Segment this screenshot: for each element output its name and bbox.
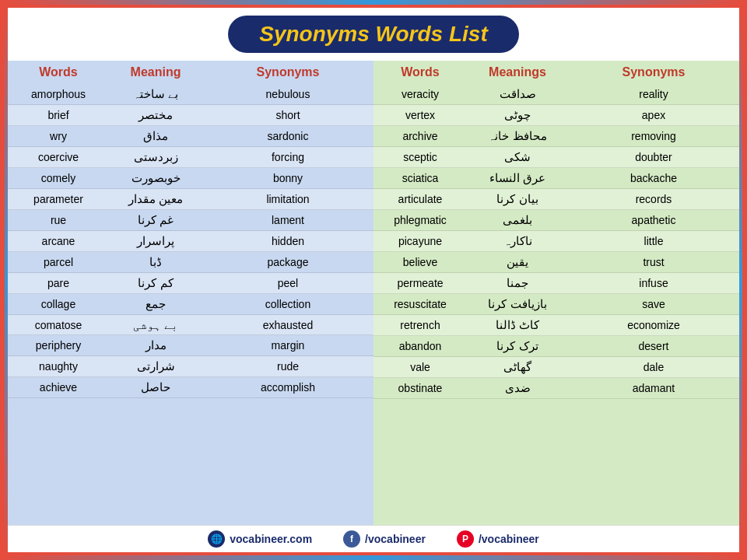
- synonym-cell: trust: [568, 252, 739, 272]
- table-row: collage جمع collection: [8, 294, 374, 315]
- right-header-meanings: Meanings: [467, 61, 568, 84]
- meaning-cell: گھاٹی: [467, 357, 568, 377]
- left-header-words: Words: [8, 61, 109, 84]
- word-cell: amorphous: [8, 84, 109, 104]
- synonym-cell: economize: [568, 315, 739, 335]
- title-bar: Synonyms Words List: [8, 8, 739, 61]
- word-cell: vale: [374, 357, 467, 377]
- synonym-cell: dale: [568, 357, 739, 377]
- synonym-cell: desert: [568, 336, 739, 356]
- word-cell: pare: [8, 273, 109, 293]
- meaning-cell: معین مقدار: [109, 189, 202, 209]
- left-header-synonyms: Synonyms: [202, 61, 374, 84]
- meaning-cell: محافظ خانہ: [467, 126, 568, 146]
- synonym-cell: bonny: [202, 168, 374, 188]
- globe-icon: 🌐: [208, 530, 225, 548]
- table-row: wry مذاق sardonic: [8, 126, 374, 147]
- table-row: parcel ڈبا package: [8, 252, 374, 273]
- table-row: amorphous بے ساختہ nebulous: [8, 84, 374, 105]
- table-row: comatose بے ہوشی exhausted: [8, 315, 374, 335]
- synonym-cell: forcing: [202, 147, 374, 167]
- main-table: Words Meaning Synonyms amorphous بے ساخت…: [8, 61, 739, 525]
- meaning-cell: چوٹی: [467, 105, 568, 125]
- meaning-cell: بازیافت کرنا: [467, 294, 568, 314]
- word-cell: retrench: [374, 315, 467, 335]
- meaning-cell: ترک کرنا: [467, 336, 568, 356]
- table-row: sciatica عرق النساء backache: [374, 168, 739, 189]
- word-cell: comely: [8, 168, 109, 188]
- meaning-cell: ناکارہ: [467, 231, 568, 251]
- left-rows: amorphous بے ساختہ nebulous brief مختصر …: [8, 84, 374, 525]
- meaning-cell: جمنا: [467, 273, 568, 293]
- synonym-cell: rude: [202, 356, 374, 376]
- table-row: believe یقین trust: [374, 252, 739, 273]
- right-header-row: Words Meanings Synonyms: [374, 61, 739, 84]
- footer-pinterest: P /vocabineer: [457, 530, 539, 548]
- word-cell: permeate: [374, 273, 467, 293]
- table-row: periphery مدار margin: [8, 335, 374, 356]
- meaning-cell: غم کرنا: [109, 210, 202, 230]
- word-cell: brief: [8, 105, 109, 125]
- table-row: naughty شرارتی rude: [8, 356, 374, 377]
- table-row: arcane پراسرار hidden: [8, 231, 374, 252]
- synonym-cell: nebulous: [202, 84, 374, 104]
- meaning-cell: پراسرار: [109, 231, 202, 251]
- meaning-cell: صداقت: [467, 84, 568, 104]
- meaning-cell: مدار: [109, 335, 202, 355]
- synonym-cell: exhausted: [202, 315, 374, 334]
- synonym-cell: removing: [568, 126, 739, 146]
- word-cell: archive: [374, 126, 467, 146]
- table-row: veracity صداقت reality: [374, 84, 739, 105]
- word-cell: wry: [8, 126, 109, 146]
- footer: 🌐 vocabineer.com f /vocabineer P /vocabi…: [8, 525, 739, 552]
- synonym-cell: apathetic: [568, 210, 739, 230]
- word-cell: picayune: [374, 231, 467, 251]
- word-cell: believe: [374, 252, 467, 272]
- synonym-cell: margin: [202, 335, 374, 355]
- word-cell: rue: [8, 210, 109, 230]
- meaning-cell: بیان کرنا: [467, 189, 568, 209]
- synonym-cell: peel: [202, 273, 374, 293]
- word-cell: periphery: [8, 335, 109, 355]
- table-row: parameter معین مقدار limitation: [8, 189, 374, 210]
- right-header-synonyms: Synonyms: [568, 61, 739, 84]
- page-title: Synonyms Words List: [259, 22, 488, 46]
- meaning-cell: مذاق: [109, 126, 202, 146]
- word-cell: vertex: [374, 105, 467, 125]
- meaning-cell: بے ہوشی: [109, 315, 202, 334]
- word-cell: arcane: [8, 231, 109, 251]
- table-row: rue غم کرنا lament: [8, 210, 374, 231]
- table-row: coercive زبردستی forcing: [8, 147, 374, 168]
- synonym-cell: doubter: [568, 147, 739, 167]
- synonym-cell: infuse: [568, 273, 739, 293]
- table-row: articulate بیان کرنا records: [374, 189, 739, 210]
- facebook-text: /vocabineer: [365, 533, 426, 545]
- word-cell: abandon: [374, 336, 467, 356]
- table-row: vertex چوٹی apex: [374, 105, 739, 126]
- website-text: vocabineer.com: [230, 533, 312, 545]
- meaning-cell: ڈبا: [109, 252, 202, 272]
- word-cell: phlegmatic: [374, 210, 467, 230]
- left-header-meaning: Meaning: [109, 61, 202, 84]
- meaning-cell: کم کرنا: [109, 273, 202, 293]
- synonym-cell: save: [568, 294, 739, 314]
- table-row: achieve حاصل accomplish: [8, 377, 374, 398]
- table-row: abandon ترک کرنا desert: [374, 336, 739, 357]
- word-cell: coercive: [8, 147, 109, 167]
- synonym-cell: limitation: [202, 189, 374, 209]
- meaning-cell: جمع: [109, 294, 202, 314]
- meaning-cell: بے ساختہ: [109, 84, 202, 104]
- synonym-cell: apex: [568, 105, 739, 125]
- word-cell: obstinate: [374, 378, 467, 398]
- word-cell: collage: [8, 294, 109, 314]
- meaning-cell: خوبصورت: [109, 168, 202, 188]
- table-row: retrench کاٹ ڈالنا economize: [374, 315, 739, 336]
- word-cell: veracity: [374, 84, 467, 104]
- title-pill: Synonyms Words List: [228, 16, 519, 53]
- table-row: brief مختصر short: [8, 105, 374, 126]
- word-cell: naughty: [8, 356, 109, 376]
- table-row: resuscitate بازیافت کرنا save: [374, 294, 739, 315]
- meaning-cell: حاصل: [109, 377, 202, 397]
- right-rows: veracity صداقت reality vertex چوٹی apex …: [374, 84, 739, 525]
- table-row: picayune ناکارہ little: [374, 231, 739, 252]
